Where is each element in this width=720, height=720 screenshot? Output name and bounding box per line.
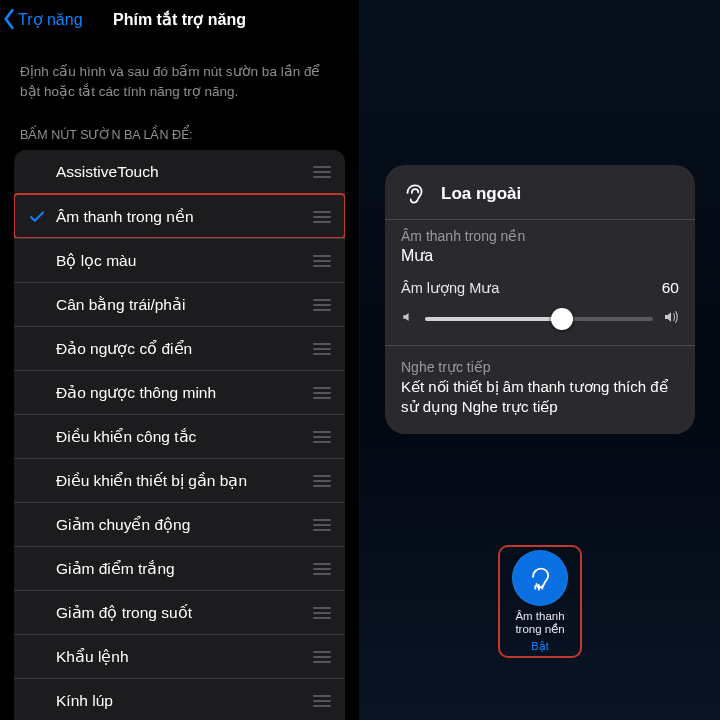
volume-row: Âm lượng Mưa 60 [401, 279, 679, 331]
slider-thumb[interactable] [551, 308, 573, 330]
shortcut-row[interactable]: Cân bằng trái/phải [14, 282, 345, 326]
speaker-high-icon [663, 309, 679, 329]
shortcut-list: AssistiveTouchÂm thanh trong nềnBộ lọc m… [14, 150, 345, 720]
shortcut-row[interactable]: AssistiveTouch [14, 150, 345, 194]
hearing-card: Loa ngoài Âm thanh trong nền Mưa Âm lượn… [385, 165, 695, 434]
reorder-grip-icon[interactable] [313, 211, 345, 223]
bg-sound-label: Âm thanh trong nền [401, 228, 679, 244]
reorder-grip-icon[interactable] [313, 607, 345, 619]
ear-icon [526, 564, 554, 592]
reorder-grip-icon[interactable] [313, 563, 345, 575]
background-sound-tile[interactable]: Âm thanh trong nền Bật [503, 550, 577, 653]
nav-bar: Trợ năng Phím tắt trợ năng [0, 0, 359, 40]
shortcut-tile-highlight: Âm thanh trong nền Bật [498, 545, 582, 658]
volume-label: Âm lượng Mưa [401, 280, 499, 296]
row-label: Điều khiển thiết bị gần bạn [56, 472, 313, 490]
reorder-grip-icon[interactable] [313, 255, 345, 267]
reorder-grip-icon[interactable] [313, 431, 345, 443]
row-label: Giảm chuyển động [56, 516, 313, 534]
volume-slider[interactable] [401, 307, 679, 331]
slider-track[interactable] [425, 317, 653, 321]
page-title: Phím tắt trợ năng [0, 10, 359, 29]
shortcut-row[interactable]: Âm thanh trong nền [14, 194, 345, 238]
slider-fill [425, 317, 562, 321]
separator [385, 345, 695, 346]
reorder-grip-icon[interactable] [313, 166, 345, 178]
page-description: Định cấu hình và sau đó bấm nút sườn ba … [0, 40, 359, 105]
shortcut-row[interactable]: Kính lúp [14, 678, 345, 720]
row-label: Kính lúp [56, 692, 313, 710]
row-label: Điều khiển công tắc [56, 428, 313, 446]
reorder-grip-icon[interactable] [313, 299, 345, 311]
bg-sound-row[interactable]: Âm thanh trong nền Mưa [401, 228, 679, 265]
shortcut-row[interactable]: Giảm chuyển động [14, 502, 345, 546]
checkmark-icon [28, 208, 56, 226]
row-label: Cân bằng trái/phải [56, 296, 313, 314]
row-label: Bộ lọc màu [56, 252, 313, 270]
section-header: BẤM NÚT SƯỜN BA LẦN ĐỂ: [0, 105, 359, 148]
live-listen-row[interactable]: Nghe trực tiếp Kết nối thiết bị âm thanh… [401, 359, 679, 418]
shortcut-row[interactable]: Đảo ngược cổ điển [14, 326, 345, 370]
reorder-grip-icon[interactable] [313, 343, 345, 355]
ear-icon [401, 179, 431, 209]
volume-value: 60 [662, 279, 679, 297]
card-header: Loa ngoài [401, 179, 679, 209]
bg-sound-value: Mưa [401, 246, 679, 265]
reorder-grip-icon[interactable] [313, 519, 345, 531]
shortcut-row[interactable]: Bộ lọc màu [14, 238, 345, 282]
row-label: Khẩu lệnh [56, 648, 313, 666]
live-listen-text: Kết nối thiết bị âm thanh tương thích để… [401, 377, 679, 418]
live-listen-label: Nghe trực tiếp [401, 359, 679, 375]
separator [385, 219, 695, 220]
shortcut-row[interactable]: Điều khiển công tắc [14, 414, 345, 458]
shortcut-row[interactable]: Giảm điểm trắng [14, 546, 345, 590]
shortcut-row[interactable]: Khẩu lệnh [14, 634, 345, 678]
tile-state: Bật [531, 640, 548, 653]
tile-icon-circle [512, 550, 568, 606]
shortcut-row[interactable]: Đảo ngược thông minh [14, 370, 345, 414]
row-label: Giảm điểm trắng [56, 560, 313, 578]
shortcut-row[interactable]: Giảm độ trong suốt [14, 590, 345, 634]
row-label: Đảo ngược cổ điển [56, 340, 313, 358]
row-label: AssistiveTouch [56, 163, 313, 181]
reorder-grip-icon[interactable] [313, 695, 345, 707]
row-label: Đảo ngược thông minh [56, 384, 313, 402]
control-center-pane: Loa ngoài Âm thanh trong nền Mưa Âm lượn… [360, 0, 720, 720]
reorder-grip-icon[interactable] [313, 387, 345, 399]
reorder-grip-icon[interactable] [313, 475, 345, 487]
reorder-grip-icon[interactable] [313, 651, 345, 663]
card-title: Loa ngoài [441, 184, 521, 204]
tile-label: Âm thanh trong nền [504, 610, 576, 636]
settings-pane: Trợ năng Phím tắt trợ năng Định cấu hình… [0, 0, 360, 720]
row-label: Giảm độ trong suốt [56, 604, 313, 622]
row-label: Âm thanh trong nền [56, 208, 313, 226]
speaker-low-icon [401, 310, 415, 328]
shortcut-row[interactable]: Điều khiển thiết bị gần bạn [14, 458, 345, 502]
